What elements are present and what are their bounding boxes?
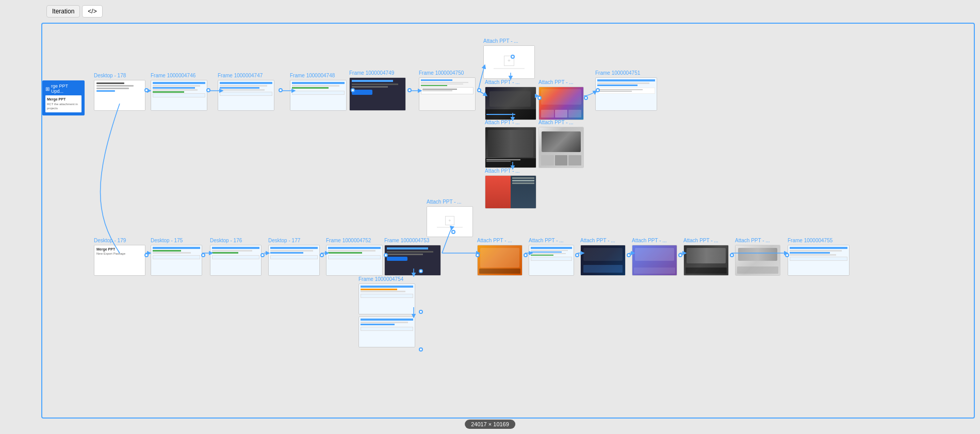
frame-thumb-1000004751 — [595, 77, 657, 111]
frame-thumb-bottom-extra — [358, 316, 415, 347]
frame-desktop-177[interactable]: Desktop - 177 — [268, 238, 320, 276]
frame-desktop-178[interactable]: Desktop - 178 — [94, 73, 145, 111]
connector-dot-3 — [279, 88, 283, 92]
code-button[interactable]: </> — [82, 5, 102, 18]
frame-label-attach-ppt-b7: Attach PPT - ... — [735, 238, 770, 243]
frame-thumb-attach-ppt-dark2 — [485, 127, 536, 168]
connector-dot-4 — [351, 88, 355, 92]
frame-thumb-desktop-177 — [268, 245, 320, 276]
merge-ppt-card[interactable]: ⊞ rge PPT Upd... Merge PPT RCT the attac… — [42, 80, 85, 115]
frame-attach-ppt-b6[interactable]: Attach PPT - ... — [683, 238, 729, 276]
frame-attach-ppt-colorful[interactable]: Attach PPT - ... — [538, 79, 584, 120]
connector-dot-b8 — [575, 253, 579, 257]
frame-1000004753[interactable]: Frame 1000004753 — [384, 238, 441, 276]
frame-label-1000004748: Frame 1000004748 — [290, 73, 335, 78]
frame-attach-ppt-b5[interactable]: Attach PPT - ... — [632, 238, 677, 276]
frame-attach-ppt-b4[interactable]: Attach PPT - ... — [580, 238, 626, 276]
connector-dot-b7 — [524, 253, 528, 257]
connector-dot-b16 — [451, 230, 455, 234]
connector-dot-b15 — [419, 347, 423, 352]
frame-label-1000004750: Frame 1000004750 — [419, 70, 464, 76]
frame-desktop-176[interactable]: Desktop - 176 — [210, 238, 262, 276]
connector-dot-b4 — [320, 253, 324, 257]
frame-label-attach-ppt-dark2: Attach PPT - ... — [485, 120, 520, 125]
frame-1000004749[interactable]: Frame 1000004749 — [349, 70, 406, 111]
connector-dot-1 — [144, 88, 149, 92]
frame-label-attach-ppt-b-top: Attach PPT - ... — [427, 199, 462, 205]
frame-label-attach-ppt-photo-dark: Attach PPT - ... — [485, 79, 520, 85]
frame-attach-ppt-photo-dark[interactable]: Attach PPT - ... — [485, 79, 536, 120]
connector-dot-10 — [596, 88, 600, 92]
frame-1000004754[interactable]: Frame 1000004754 — [358, 276, 415, 314]
frame-1000004750[interactable]: Frame 1000004750 — [419, 70, 476, 111]
frame-thumb-1000004749 — [349, 77, 406, 111]
connector-dot-b10 — [678, 253, 682, 257]
frame-thumb-1000004752 — [326, 245, 383, 276]
frame-thumb-attach-ppt-mixed — [485, 175, 536, 209]
frame-label-attach-ppt-b2: Attach PPT - ... — [477, 238, 512, 243]
connector-dot-b14 — [419, 310, 423, 314]
frame-thumb-1000004753 — [384, 245, 441, 276]
iteration-button[interactable]: Iteration — [46, 5, 80, 18]
frame-1000004751[interactable]: Frame 1000004751 — [595, 70, 657, 111]
frame-attach-ppt-dark2[interactable]: Attach PPT - ... — [485, 120, 536, 168]
frame-1000004748[interactable]: Frame 1000004748 — [290, 73, 347, 111]
frame-label-1000004746: Frame 1000004746 — [151, 73, 195, 78]
frame-thumb-1000004750 — [419, 77, 476, 111]
frame-label-desktop-178: Desktop - 178 — [94, 73, 126, 78]
canvas-container[interactable]: ⊞ rge PPT Upd... Merge PPT RCT the attac… — [41, 23, 975, 419]
frame-bottom-extra[interactable] — [358, 316, 415, 347]
connector-dot-b5 — [384, 253, 388, 257]
frame-label-desktop-176: Desktop - 176 — [210, 238, 242, 243]
frame-attach-ppt-b3[interactable]: Attach PPT - ... — [529, 238, 574, 276]
connector-dot-b12 — [785, 253, 789, 257]
frame-label-1000004749: Frame 1000004749 — [349, 70, 394, 76]
connector-dot-b13 — [419, 269, 423, 273]
frame-thumb-desktop-178 — [94, 80, 145, 111]
connector-dot-b1 — [144, 253, 149, 257]
frame-thumb-1000004754 — [358, 283, 415, 314]
frame-thumb-attach-ppt-b3 — [529, 245, 574, 276]
connector-dot-b2 — [201, 253, 205, 257]
frame-label-desktop-179: Desktop - 179 — [94, 238, 126, 243]
connector-dot-9 — [584, 96, 588, 100]
frame-thumb-attach-ppt-b5 — [632, 245, 677, 276]
frame-label-1000004755: Frame 1000004755 — [788, 238, 832, 243]
connector-dot-7 — [511, 55, 515, 59]
frame-attach-ppt-car[interactable]: Attach PPT - ... — [538, 120, 584, 168]
merge-icon: ⊞ — [45, 86, 50, 92]
merge-line2: RCT the attachment in projects — [47, 102, 80, 111]
frame-label-attach-ppt-mixed: Attach PPT - ... — [485, 168, 520, 174]
frame-attach-ppt-b7[interactable]: Attach PPT - ... — [735, 238, 780, 276]
frame-thumb-desktop-179: Merge PPT New Export Package — [94, 245, 145, 276]
connector-dot-2 — [206, 88, 210, 92]
frame-attach-ppt-b-top[interactable]: Attach PPT - ... + — [427, 199, 473, 237]
frame-label-attach-ppt-b4: Attach PPT - ... — [580, 238, 615, 243]
frame-1000004755[interactable]: Frame 1000004755 — [788, 238, 850, 276]
frame-thumb-1000004747 — [218, 80, 274, 111]
frame-desktop-175[interactable]: Desktop - 175 — [151, 238, 202, 276]
frame-desktop-179[interactable]: Desktop - 179 Merge PPT New Export Packa… — [94, 238, 145, 276]
frame-1000004752[interactable]: Frame 1000004752 — [326, 238, 383, 276]
frame-thumb-attach-ppt-b6 — [683, 245, 729, 276]
frame-attach-ppt-b2[interactable]: Attach PPT - ... — [477, 238, 522, 276]
frame-label-attach-ppt-colorful: Attach PPT - ... — [538, 79, 574, 85]
frame-label-1000004747: Frame 1000004747 — [218, 73, 263, 78]
frame-thumb-attach-ppt-colorful — [538, 87, 584, 120]
frame-thumb-1000004748 — [290, 80, 347, 111]
frame-label-1000004753: Frame 1000004753 — [384, 238, 429, 243]
frame-1000004747[interactable]: Frame 1000004747 — [218, 73, 274, 111]
frame-thumb-attach-ppt-top: + — [483, 45, 535, 79]
frame-attach-ppt-mixed[interactable]: Attach PPT - ... — [485, 168, 536, 209]
frame-label-attach-ppt-b3: Attach PPT - ... — [529, 238, 564, 243]
frame-attach-ppt-top[interactable]: Attach PPT - ... + — [483, 38, 535, 79]
merge-title: rge PPT Upd... — [51, 84, 81, 94]
frame-thumb-1000004755 — [788, 245, 850, 276]
frame-1000004746[interactable]: Frame 1000004746 — [151, 73, 207, 111]
frame-label-1000004754: Frame 1000004754 — [358, 276, 403, 282]
frame-label-1000004752: Frame 1000004752 — [326, 238, 371, 243]
connector-dot-8 — [537, 96, 542, 100]
frame-label-attach-ppt-car: Attach PPT - ... — [538, 120, 574, 125]
merge-line1: Merge PPT — [47, 97, 80, 102]
connector-dot-5 — [407, 88, 412, 92]
